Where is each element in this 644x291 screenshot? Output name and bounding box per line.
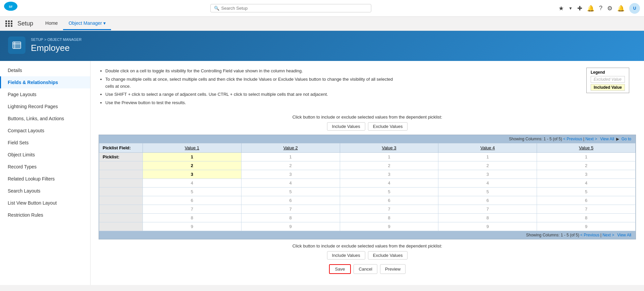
table-cell[interactable]: 4 — [438, 178, 537, 187]
table-cell[interactable]: 6 — [438, 196, 537, 205]
table-cell[interactable]: 7 — [143, 205, 241, 213]
table-cell[interactable]: 2 — [438, 161, 537, 170]
table-cell[interactable]: 2 — [340, 161, 438, 170]
table-cell[interactable]: 5 — [143, 187, 241, 196]
bell-icon[interactable]: 🔔 — [587, 5, 594, 12]
tab-object-manager[interactable]: Object Manager ▾ — [63, 17, 111, 30]
cancel-button[interactable]: Cancel — [354, 264, 377, 274]
table-cell[interactable]: 8 — [537, 213, 636, 222]
sidebar-item-object-limits[interactable]: Object Limits — [0, 149, 90, 161]
table-cell[interactable]: 6 — [340, 196, 438, 205]
table-cell[interactable]: 6 — [537, 196, 636, 205]
col-header-value1[interactable]: Value 1 — [143, 143, 241, 152]
table-cell[interactable]: 5 — [340, 187, 438, 196]
search-input[interactable] — [221, 6, 368, 11]
col-header-value2[interactable]: Value 2 — [241, 143, 340, 152]
table-cell[interactable]: 3 — [537, 170, 636, 178]
table-cell[interactable]: 9 — [241, 222, 340, 231]
sidebar-item-search-layouts[interactable]: Search Layouts — [0, 185, 90, 197]
table-cell[interactable]: 3 — [340, 170, 438, 178]
table-cell[interactable]: 3 — [438, 170, 537, 178]
col-header-value5[interactable]: Value 5 — [537, 143, 636, 152]
table-cell[interactable]: 8 — [340, 213, 438, 222]
table-cell[interactable]: 7 — [241, 205, 340, 213]
exclude-values-button-top[interactable]: Exclude Values — [368, 122, 408, 131]
table-cell[interactable]: 8 — [143, 213, 241, 222]
table-cell[interactable]: 1 — [537, 152, 636, 161]
table-cell[interactable]: 9 — [340, 222, 438, 231]
go-to-link[interactable]: Go to — [622, 137, 631, 141]
table-cell[interactable]: 7 — [438, 205, 537, 213]
previous-link-bottom[interactable]: < Previous — [580, 233, 599, 237]
chevron-down-icon: ▾ — [103, 20, 106, 26]
sidebar-item-record-types[interactable]: Record Types — [0, 161, 90, 173]
table-cell[interactable]: 5 — [241, 187, 340, 196]
sidebar-item-field-sets[interactable]: Field Sets — [0, 137, 90, 149]
sidebar-item-details[interactable]: Details — [0, 64, 90, 76]
sidebar-item-lightning-record-pages[interactable]: Lightning Record Pages — [0, 100, 90, 113]
preview-button[interactable]: Preview — [380, 264, 406, 274]
table-cell[interactable]: 8 — [438, 213, 537, 222]
table-cell[interactable]: 6 — [241, 196, 340, 205]
salesforce-logo[interactable]: SF — [4, 2, 17, 15]
view-all-link-bottom[interactable]: View All — [617, 233, 631, 237]
sidebar-item-restriction-rules[interactable]: Restriction Rules — [0, 209, 90, 221]
sidebar-item-compact-layouts[interactable]: Compact Layouts — [0, 125, 90, 137]
table-cell[interactable]: 5 — [537, 187, 636, 196]
breadcrumb-object-manager[interactable]: OBJECT MANAGER — [47, 38, 82, 42]
table-cell[interactable]: 9 — [143, 222, 241, 231]
table-cell[interactable]: 7 — [340, 205, 438, 213]
search-bar[interactable]: 🔍 — [210, 4, 371, 12]
avatar[interactable]: U — [629, 3, 640, 14]
sidebar-item-list-view-button-layout[interactable]: List View Button Layout — [0, 197, 90, 209]
favorites-dropdown-icon[interactable]: ▼ — [569, 6, 573, 11]
help-icon[interactable]: ? — [599, 5, 602, 12]
table-cell[interactable]: 4 — [537, 178, 636, 187]
table-cell[interactable]: 6 — [143, 196, 241, 205]
breadcrumb-setup[interactable]: SETUP — [31, 38, 43, 42]
add-icon[interactable]: ✚ — [577, 5, 582, 12]
table-cell[interactable]: 7 — [537, 205, 636, 213]
save-button[interactable]: Save — [329, 264, 351, 274]
table-cell[interactable]: 3 — [143, 170, 241, 178]
include-values-button-bottom[interactable]: Include Values — [327, 251, 365, 260]
sidebar-item-related-lookup-filters[interactable]: Related Lookup Filters — [0, 173, 90, 185]
instruction-2: To change multiple cells at once, select… — [105, 76, 400, 90]
table-cell[interactable]: 2 — [537, 161, 636, 170]
content-area: Double click on a cell to toggle its vis… — [91, 61, 644, 285]
table-cell[interactable]: 1 — [241, 152, 340, 161]
notification-icon[interactable]: 🔔 — [617, 5, 625, 12]
include-values-button-top[interactable]: Include Values — [327, 122, 365, 131]
row-label — [99, 196, 143, 205]
top-nav-right: ★ ▼ ✚ 🔔 ? ⚙ 🔔 U — [558, 3, 640, 14]
col-header-value4[interactable]: Value 4 — [438, 143, 537, 152]
table-cell[interactable]: 9 — [537, 222, 636, 231]
previous-link[interactable]: < Previous — [563, 137, 582, 141]
sidebar-item-buttons-links-actions[interactable]: Buttons, Links, and Actions — [0, 113, 90, 125]
table-cell[interactable]: 1 — [143, 152, 241, 161]
table-cell[interactable]: 1 — [438, 152, 537, 161]
table-cell[interactable]: 1 — [340, 152, 438, 161]
table-cell[interactable]: 2 — [241, 161, 340, 170]
table-cell[interactable]: 8 — [241, 213, 340, 222]
table-cell[interactable]: 2 — [143, 161, 241, 170]
col-header-value3[interactable]: Value 3 — [340, 143, 438, 152]
app-launcher-icon[interactable] — [5, 20, 13, 27]
tab-home[interactable]: Home — [40, 17, 63, 30]
exclude-values-button-bottom[interactable]: Exclude Values — [368, 251, 408, 260]
next-link[interactable]: Next > — [585, 137, 597, 141]
view-all-link[interactable]: View All — [600, 137, 614, 141]
favorites-star-icon[interactable]: ★ — [558, 5, 564, 12]
picklist-table-wrapper: Showing Columns: 1 - 5 (of 5) < Previous… — [99, 135, 636, 239]
table-cell[interactable]: 5 — [438, 187, 537, 196]
object-icon — [8, 37, 25, 54]
table-cell[interactable]: 9 — [438, 222, 537, 231]
table-cell[interactable]: 3 — [241, 170, 340, 178]
table-cell[interactable]: 4 — [241, 178, 340, 187]
table-cell[interactable]: 4 — [143, 178, 241, 187]
next-link-bottom[interactable]: Next > — [602, 233, 614, 237]
table-cell[interactable]: 4 — [340, 178, 438, 187]
sidebar-item-fields-relationships[interactable]: Fields & Relationships — [0, 76, 90, 88]
sidebar-item-page-layouts[interactable]: Page Layouts — [0, 88, 90, 100]
gear-icon[interactable]: ⚙ — [607, 5, 612, 12]
